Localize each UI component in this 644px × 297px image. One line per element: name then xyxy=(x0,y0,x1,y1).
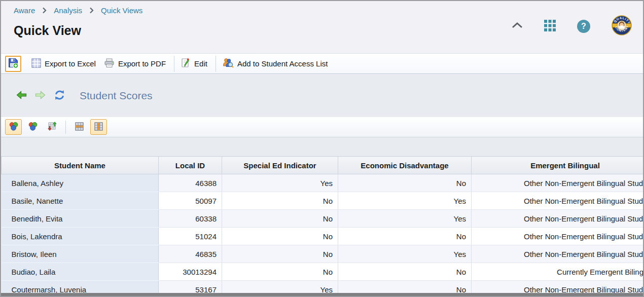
add-to-student-access-list-button[interactable]: Add to Student Access List xyxy=(219,56,333,71)
cell-name: Ballena, Ashley xyxy=(2,174,159,192)
table-viewport: Student NameLocal IDSpecial Ed Indicator… xyxy=(1,156,643,293)
cell-emergent: Other Non-Emergent Bilingual Student xyxy=(472,228,643,245)
breadcrumb-analysis[interactable]: Analysis xyxy=(54,6,82,15)
table-row[interactable]: Bois, Lakendra51024NoNoOther Non-Emergen… xyxy=(2,228,643,245)
toolbar-separator xyxy=(65,121,66,134)
chevron-up-icon xyxy=(512,22,523,30)
add-student-access-icon xyxy=(222,58,234,69)
collapse-header-button[interactable] xyxy=(512,22,523,30)
main-toolbar: Export to Excel Export to PDF xyxy=(1,53,643,74)
cell-name: Budiao, Laila xyxy=(2,263,159,281)
cell-local_id: 53167 xyxy=(159,281,222,293)
cell-local_id: 46835 xyxy=(159,245,222,263)
column-header-name[interactable]: Student Name xyxy=(2,157,159,174)
edit-icon xyxy=(181,58,191,69)
refresh-button[interactable] xyxy=(54,90,65,102)
view-header-band: Student Scores xyxy=(1,75,643,117)
cell-emergent: Other Non-Emergent Bilingual Student xyxy=(472,174,643,192)
printer-icon xyxy=(104,58,115,69)
cell-local_id: 30013294 xyxy=(159,263,222,281)
cell-econ: No xyxy=(338,263,472,281)
breadcrumb: Aware Analysis Quick Views xyxy=(14,6,142,15)
chevron-right-icon xyxy=(89,7,94,14)
cell-special_ed: No xyxy=(222,245,338,263)
cell-emergent: Other Non-Emergent Bilingual Student xyxy=(472,245,643,263)
sort-grid-icon xyxy=(48,122,57,132)
back-button[interactable] xyxy=(16,91,27,101)
excel-grid-icon xyxy=(31,58,41,69)
cell-econ: No xyxy=(338,228,472,245)
horizontal-scrollbar[interactable] xyxy=(1,293,643,296)
help-button[interactable]: ? xyxy=(577,20,590,33)
forward-button[interactable] xyxy=(35,91,46,101)
table-column-highlight-icon xyxy=(94,122,103,132)
edit-button[interactable]: Edit xyxy=(177,56,212,71)
avatar: QUALITY CONTENT xyxy=(612,15,632,37)
column-header-special_ed[interactable]: Special Ed Indicator xyxy=(222,157,338,174)
cell-econ: No xyxy=(338,174,472,192)
header-icons: ? QUALITY xyxy=(512,15,632,37)
cell-special_ed: Yes xyxy=(222,281,338,293)
cell-econ: No xyxy=(338,281,472,293)
save-button[interactable] xyxy=(5,56,21,72)
cell-special_ed: No xyxy=(222,263,338,281)
edit-label: Edit xyxy=(194,59,207,68)
column-header-econ[interactable]: Economic Disadvantage xyxy=(338,157,472,174)
cell-emergent: Other Non-Emergent Bilingual Student xyxy=(472,192,643,210)
export-pdf-label: Export to PDF xyxy=(118,59,166,68)
table-row[interactable]: Bristow, Ileen46835NoYesOther Non-Emerge… xyxy=(2,245,643,263)
bubbles-icon xyxy=(9,122,18,132)
export-pdf-button[interactable]: Export to PDF xyxy=(101,56,171,71)
cell-special_ed: No xyxy=(222,210,338,228)
cell-name: Basile, Nanette xyxy=(2,192,159,210)
table-row[interactable]: Ballena, Ashley46388YesNoOther Non-Emerg… xyxy=(2,174,643,192)
cell-emergent: Other Non-Emergent Bilingual Student xyxy=(472,281,643,293)
cell-name: Bois, Lakendra xyxy=(2,228,159,245)
cell-local_id: 51024 xyxy=(159,228,222,245)
table-row[interactable]: Basile, Nanette50097NoYesOther Non-Emerg… xyxy=(2,192,643,210)
cell-special_ed: Yes xyxy=(222,174,338,192)
cell-econ: Yes xyxy=(338,210,472,228)
cell-name: Benedith, Evita xyxy=(2,210,159,228)
cell-emergent: Currently Emergent Bilingual xyxy=(472,263,643,281)
table-top-spacer xyxy=(1,137,643,156)
cell-name: Coutermarsh, Luvenia xyxy=(2,281,159,293)
highlight-columns-button[interactable] xyxy=(90,119,107,135)
toolbar-separator xyxy=(216,56,216,72)
forward-arrow-icon xyxy=(35,91,46,101)
toolbar-separator xyxy=(174,56,174,72)
chart-bubbles-button-selected[interactable] xyxy=(5,119,22,135)
student-table: Student NameLocal IDSpecial Ed Indicator… xyxy=(1,156,643,293)
page-title: Quick View xyxy=(14,23,81,38)
cell-econ: Yes xyxy=(338,192,472,210)
column-header-local_id[interactable]: Local ID xyxy=(159,157,222,174)
cell-local_id: 50097 xyxy=(159,192,222,210)
table-row-highlight-icon xyxy=(75,122,84,132)
view-icon-toolbar xyxy=(1,117,643,137)
account-avatar[interactable]: QUALITY CONTENT xyxy=(612,15,632,37)
cell-emergent: Other Non-Emergent Bilingual Student xyxy=(472,210,643,228)
highlight-rows-button[interactable] xyxy=(71,119,88,135)
apps-menu-button[interactable] xyxy=(544,20,556,33)
cell-econ: Yes xyxy=(338,245,472,263)
chevron-right-icon xyxy=(42,7,47,14)
table-row[interactable]: Benedith, Evita60338NoYesOther Non-Emerg… xyxy=(2,210,643,228)
save-icon xyxy=(8,57,19,70)
add-to-student-access-list-label: Add to Student Access List xyxy=(237,59,328,68)
breadcrumb-quick-views[interactable]: Quick Views xyxy=(101,6,142,15)
apps-grid-icon xyxy=(544,20,556,33)
back-arrow-icon xyxy=(16,91,27,101)
breadcrumb-aware[interactable]: Aware xyxy=(14,6,35,15)
column-header-emergent[interactable]: Emergent Bilingual xyxy=(472,157,643,174)
refresh-icon xyxy=(54,90,65,102)
cell-local_id: 46388 xyxy=(159,174,222,192)
export-excel-button[interactable]: Export to Excel xyxy=(28,56,101,71)
quick-view-window: Aware Analysis Quick Views Quick View xyxy=(0,0,644,297)
view-title: Student Scores xyxy=(80,90,153,102)
sort-grid-button[interactable] xyxy=(44,119,60,135)
chart-bubbles-button[interactable] xyxy=(24,119,41,135)
cell-special_ed: No xyxy=(222,192,338,210)
table-row[interactable]: Coutermarsh, Luvenia53167YesNoOther Non-… xyxy=(2,281,643,293)
table-row[interactable]: Budiao, Laila30013294NoNoCurrently Emerg… xyxy=(2,263,643,281)
cell-local_id: 60338 xyxy=(159,210,222,228)
